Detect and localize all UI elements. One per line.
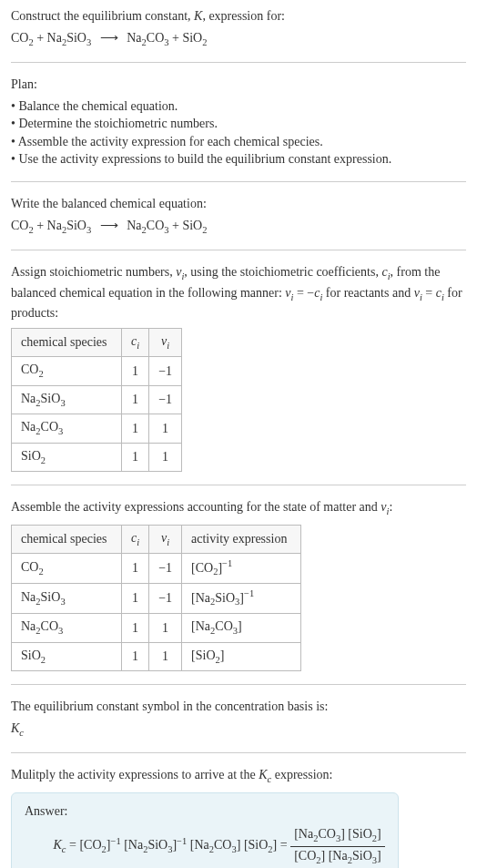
fraction-denominator: [CO2] [Na2SiO3] [290, 847, 385, 867]
cell-ci: 1 [122, 554, 149, 584]
table-row: CO2 1 −1 [12, 357, 182, 385]
multiply-section: Mulitply the activity expressions to arr… [11, 766, 466, 868]
cell-nui: −1 [149, 357, 182, 385]
cell-nui: 1 [149, 443, 182, 471]
cell-ci: 1 [122, 443, 149, 471]
table-row: Na2SiO3 1 −1 [12, 385, 182, 414]
cell-nui: 1 [149, 642, 182, 670]
kc-symbol-section: The equilibrium constant symbol in the c… [11, 698, 466, 740]
answer-equation: Kc = [CO2]−1 [Na2SiO3]−1 [Na2CO3] [SiO2]… [25, 825, 385, 867]
stoich-intro: Assign stoichiometric numbers, νi, using… [11, 263, 466, 472]
cell-species: SiO2 [12, 642, 122, 670]
balanced-equation: CO2 + Na2SiO3 ⟶ Na2CO3 + SiO2 [11, 217, 466, 237]
cell-ci: 1 [122, 642, 149, 670]
kc-symbol: Kc [11, 720, 466, 740]
plan-item: • Determine the stoichiometric numbers. [11, 115, 466, 133]
divider [11, 684, 466, 685]
table-row: Na2CO3 1 1 [Na2CO3] [12, 614, 301, 642]
cell-ci: 1 [122, 357, 149, 385]
cell-ci: 1 [122, 584, 149, 614]
activity-table: chemical species ci νi activity expressi… [11, 525, 301, 672]
table-row: SiO2 1 1 [SiO2] [12, 642, 301, 670]
plan-item: • Balance the chemical equation. [11, 97, 466, 116]
table-header-row: chemical species ci νi [12, 328, 182, 356]
cell-nui: −1 [149, 385, 182, 414]
col-ci: ci [122, 525, 149, 553]
col-ci: ci [122, 328, 149, 356]
divider [11, 752, 466, 753]
col-nui: νi [149, 328, 182, 356]
table-row: Na2SiO3 1 −1 [Na2SiO3]−1 [12, 584, 301, 614]
cell-species: Na2CO3 [12, 414, 122, 443]
col-species: chemical species [12, 525, 122, 553]
cell-activity: [CO2]−1 [182, 554, 301, 584]
cell-ci: 1 [122, 385, 149, 414]
plan-item: • Use the activity expressions to build … [11, 150, 466, 168]
answer-label: Answer: [25, 802, 385, 821]
cell-species: CO2 [12, 357, 122, 385]
table-row: SiO2 1 1 [12, 443, 182, 471]
stoich-table: chemical species ci νi CO2 1 −1 Na2SiO3 … [11, 328, 182, 472]
prompt-text-1: Construct the equilibrium constant, [11, 9, 194, 23]
plan-item: • Assemble the activity expression for e… [11, 133, 466, 151]
balanced-title: Write the balanced chemical equation: [11, 195, 466, 213]
divider [11, 250, 466, 250]
col-nui: νi [149, 525, 182, 553]
divider [11, 62, 466, 63]
cell-species: Na2SiO3 [12, 584, 122, 614]
cell-species: CO2 [12, 554, 122, 584]
cell-species: SiO2 [12, 443, 122, 471]
divider [11, 181, 466, 182]
cell-nui: 1 [149, 614, 182, 642]
reaction-arrow-icon: ⟶ [100, 29, 118, 47]
cell-ci: 1 [122, 614, 149, 642]
divider [11, 485, 466, 485]
plan-title: Plan: [11, 76, 466, 94]
plan-section: Plan: • Balance the chemical equation. •… [11, 76, 466, 168]
cell-species: Na2SiO3 [12, 385, 122, 414]
answer-box: Answer: Kc = [CO2]−1 [Na2SiO3]−1 [Na2CO3… [11, 792, 399, 868]
cell-species: Na2CO3 [12, 614, 122, 642]
col-activity: activity expression [182, 525, 301, 553]
reaction-arrow-icon: ⟶ [100, 217, 118, 235]
reaction-equation: CO2 + Na2SiO3 ⟶ Na2CO3 + SiO2 [11, 29, 466, 49]
prompt-text-2: , expression for: [202, 9, 285, 23]
table-header-row: chemical species ci νi activity expressi… [12, 525, 301, 553]
cell-activity: [SiO2] [182, 642, 301, 670]
cell-activity: [Na2SiO3]−1 [182, 584, 301, 614]
table-row: CO2 1 −1 [CO2]−1 [12, 554, 301, 584]
k-symbol: K [194, 9, 202, 23]
answer-fraction: [Na2CO3] [SiO2] [CO2] [Na2SiO3] [290, 825, 385, 867]
cell-ci: 1 [122, 414, 149, 443]
cell-nui: 1 [149, 414, 182, 443]
kc-symbol-text: The equilibrium constant symbol in the c… [11, 698, 466, 716]
table-row: Na2CO3 1 1 [12, 414, 182, 443]
activity-section: Assemble the activity expressions accoun… [11, 498, 466, 671]
cell-nui: −1 [149, 584, 182, 614]
col-species: chemical species [12, 328, 122, 356]
prompt: Construct the equilibrium constant, K, e… [11, 7, 466, 49]
plan-list: • Balance the chemical equation. • Deter… [11, 97, 466, 168]
balanced-section: Write the balanced chemical equation: CO… [11, 195, 466, 237]
cell-activity: [Na2CO3] [182, 614, 301, 642]
cell-nui: −1 [149, 554, 182, 584]
fraction-numerator: [Na2CO3] [SiO2] [290, 825, 385, 846]
